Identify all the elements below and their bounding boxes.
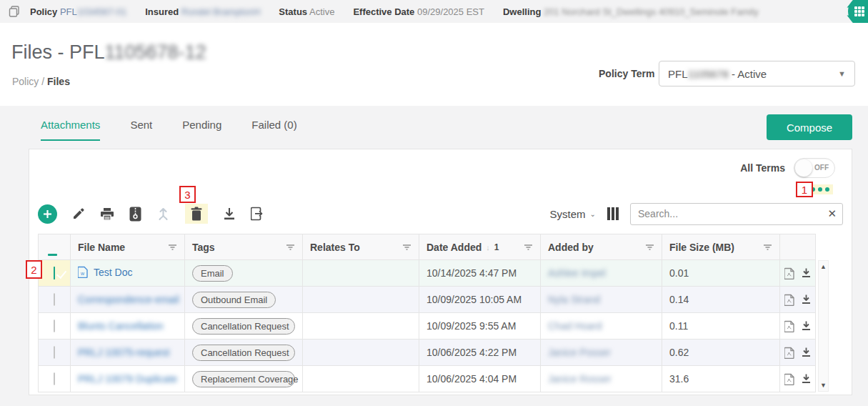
scroll-down-icon[interactable]: ▼	[819, 382, 828, 389]
pdf-preview-icon[interactable]	[784, 373, 794, 385]
download-icon[interactable]	[223, 207, 236, 220]
filter-icon[interactable]	[524, 242, 533, 252]
add-file-button[interactable]	[38, 204, 57, 224]
file-link[interactable]: wTest Doc	[78, 266, 132, 278]
tab-failed[interactable]: Failed (0)	[251, 119, 296, 141]
row-select-cell	[39, 340, 71, 366]
file-link[interactable]: Correspondence-email	[78, 294, 179, 305]
row-download-icon[interactable]	[802, 294, 811, 304]
filter-icon[interactable]	[645, 242, 654, 252]
row-checkbox[interactable]	[54, 267, 55, 279]
header-file-name[interactable]: File Name	[71, 234, 185, 260]
header-file-size[interactable]: File Size (MB)	[662, 234, 780, 260]
header-date-added[interactable]: Date Added↓1	[419, 234, 541, 260]
table-scrollbar[interactable]: ▲ ▼	[818, 260, 829, 392]
print-icon[interactable]	[100, 207, 114, 221]
row-checkbox[interactable]	[54, 346, 55, 359]
row-download-icon[interactable]	[802, 321, 811, 331]
filter-icon[interactable]	[402, 242, 411, 252]
tags-cell: Outbound Email	[185, 287, 303, 313]
row-download-icon[interactable]	[802, 347, 811, 357]
row-select-cell	[39, 366, 71, 392]
pdf-preview-icon[interactable]	[784, 294, 794, 306]
dwelling-label: Dwelling	[503, 6, 541, 17]
added-by-cell: Ashlee Impel	[541, 260, 662, 287]
clear-search-icon[interactable]: ✕	[827, 208, 837, 219]
file-size-cell: 0.01	[662, 260, 780, 287]
table-row: PRLJ 10075-request Cancellation Request …	[39, 340, 816, 366]
tab-attachments[interactable]: Attachments	[41, 119, 100, 141]
added-by-link[interactable]: Nyla Strand	[548, 294, 600, 305]
policy-term-masked: 1105678	[688, 68, 729, 80]
file-name-text: PRLJ 10075-request	[78, 347, 169, 358]
compose-button[interactable]: Compose	[767, 114, 852, 140]
added-by-link[interactable]: Ashlee Impel	[548, 267, 606, 279]
toggle-knob	[795, 159, 812, 177]
filter-icon[interactable]	[763, 242, 772, 252]
table-row: Blunts Cancellation Cancellation Request…	[39, 313, 816, 340]
sort-order-badge: 1	[494, 242, 499, 252]
date-added-cell: 10/09/2025 10:05 AM	[419, 287, 541, 313]
header-date-added-label: Date Added	[426, 242, 482, 253]
table-row: wTest Doc Email 10/14/2025 4:47 PM Ashle…	[39, 260, 816, 287]
tag-pill: Cancellation Request	[192, 345, 295, 361]
pdf-preview-icon[interactable]	[784, 267, 794, 279]
filter-icon[interactable]	[286, 242, 295, 252]
select-all-header[interactable]	[39, 234, 71, 260]
all-terms-toggle[interactable]: OFF	[794, 158, 835, 178]
file-name-text: Blunts Cancellation	[78, 320, 164, 332]
file-link[interactable]: PRLJ 10075-request	[78, 347, 169, 358]
tab-sent[interactable]: Sent	[130, 119, 152, 141]
relates-to-cell	[303, 313, 419, 340]
added-by-link[interactable]: Chad Hoard	[548, 320, 602, 332]
status-label: Status	[279, 6, 307, 17]
row-download-icon[interactable]	[802, 268, 811, 278]
delete-icon[interactable]	[185, 204, 208, 224]
row-actions-cell	[780, 287, 816, 313]
policy-term-select[interactable]: PFL1105678 - Active ▼	[659, 61, 855, 86]
policy-term-prefix: PFL	[668, 68, 688, 80]
relates-to-cell	[303, 260, 419, 287]
relates-to-cell	[303, 287, 419, 313]
annotation-3: 3	[179, 186, 196, 203]
column-chooser-icon[interactable]	[607, 207, 619, 220]
file-size-cell: 0.62	[662, 340, 780, 366]
breadcrumb-separator: /	[41, 76, 44, 87]
system-dropdown[interactable]: System ⌄	[550, 208, 596, 220]
policy-term-suffix: - Active	[732, 68, 767, 80]
insured-label: Insured	[145, 6, 179, 17]
date-added-cell: 10/06/2025 4:04 PM	[419, 366, 541, 392]
header-tags[interactable]: Tags	[185, 234, 303, 260]
search-input[interactable]	[630, 203, 843, 225]
header-file-name-label: File Name	[78, 242, 125, 253]
added-by-link[interactable]: Janice Rosser	[548, 373, 612, 385]
breadcrumb-policy[interactable]: Policy	[12, 76, 39, 87]
pdf-preview-icon[interactable]	[784, 320, 794, 332]
tag-pill: Cancellation Request	[192, 318, 295, 335]
effective-date-label: Effective Date	[353, 6, 414, 17]
file-link[interactable]: PRLJ 10079 Duplicate	[78, 373, 177, 385]
file-link[interactable]: Blunts Cancellation	[78, 320, 164, 332]
copy-icon[interactable]	[9, 6, 20, 17]
merge-icon[interactable]	[156, 207, 170, 221]
export-file-icon[interactable]	[251, 207, 264, 221]
row-actions-cell	[780, 260, 816, 287]
edit-icon[interactable]	[72, 207, 85, 220]
header-relates-to[interactable]: Relates To	[303, 234, 419, 260]
row-checkbox[interactable]	[54, 320, 55, 332]
row-checkbox[interactable]	[54, 372, 55, 385]
header-added-by[interactable]: Added by	[541, 234, 662, 260]
toolbar-right: System ⌄ ✕	[550, 203, 843, 225]
filter-icon[interactable]	[168, 242, 177, 252]
zip-icon[interactable]	[129, 207, 141, 222]
row-download-icon[interactable]	[802, 374, 811, 384]
annotation-2: 2	[26, 260, 42, 279]
header-added-by-label: Added by	[548, 242, 594, 253]
tab-pending[interactable]: Pending	[182, 119, 221, 141]
row-checkbox[interactable]	[54, 293, 55, 306]
tag-pill: Outbound Email	[192, 292, 276, 308]
added-by-link[interactable]: Janice Posser	[548, 347, 611, 358]
pdf-preview-icon[interactable]	[784, 347, 794, 359]
file-size-cell: 0.11	[662, 313, 780, 340]
scroll-up-icon[interactable]: ▲	[819, 263, 828, 270]
